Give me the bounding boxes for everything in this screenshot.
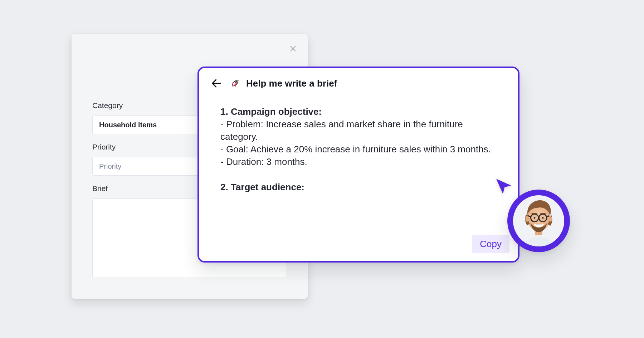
generated-brief-text: 1. Campaign objective:- Problem: Increas… [220,106,497,194]
copy-button[interactable]: Copy [472,235,509,253]
avatar-face [513,195,565,247]
priority-placeholder: Priority [99,162,121,171]
category-value: Household items [99,121,157,129]
ai-title: Help me write a brief [246,78,337,89]
ai-panel: Help me write a brief 1. Campaign object… [197,67,519,263]
svg-point-13 [542,217,544,219]
close-icon [289,45,297,53]
svg-point-8 [525,216,529,222]
svg-point-9 [548,216,552,222]
rocket-icon [230,78,240,89]
back-arrow-icon [210,77,223,89]
user-avatar [507,190,570,252]
ai-body: 1. Campaign objective:- Problem: Increas… [199,99,518,211]
ai-header: Help me write a brief [199,68,518,99]
svg-point-12 [534,217,536,219]
cursor-pointer-icon [494,176,514,196]
close-button[interactable] [286,42,300,55]
back-button[interactable] [209,76,224,91]
